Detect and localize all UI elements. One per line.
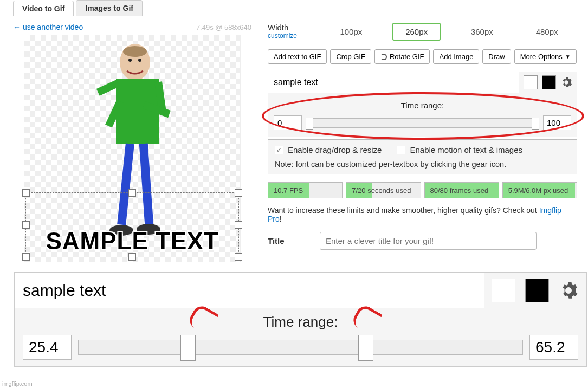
tab-bar: Video to Gif Images to Gif [0, 0, 588, 16]
time-range-label: Time range: [274, 101, 571, 110]
time-range-slider[interactable] [306, 118, 539, 128]
overlay-caption: SAMPLE TEXT [26, 228, 238, 255]
video-meta-text: 7.49s @ 588x640 [196, 23, 251, 31]
outline-color-swatch[interactable] [524, 75, 538, 89]
svg-point-3 [138, 59, 141, 62]
gear-icon[interactable] [559, 281, 578, 300]
fill-color-swatch[interactable] [542, 75, 556, 89]
zoom-slider-thumb-start[interactable] [180, 335, 196, 361]
add-image-button[interactable]: Add Image [433, 49, 479, 64]
stat-seconds: 7/20 seconds used [346, 182, 421, 198]
zoom-fill-swatch[interactable] [525, 279, 549, 302]
rotate-gif-button[interactable]: Rotate GIF [374, 49, 430, 64]
stat-fps: 10.7 FPS [268, 182, 343, 198]
limits-text: Want to increase these limits and make s… [268, 206, 577, 223]
width-option-100[interactable]: 100px [327, 23, 374, 40]
crop-gif-button[interactable]: Crop GIF [330, 49, 371, 64]
title-input[interactable] [320, 232, 537, 250]
tab-images-to-gif[interactable]: Images to Gif [76, 0, 143, 16]
enable-drag-resize-label: Enable drag/drop & resize [288, 145, 382, 154]
stat-frames: 80/80 frames used [424, 182, 499, 198]
options-panel: ✓ Enable drag/drop & resize Enable motio… [268, 139, 577, 174]
width-option-360[interactable]: 360px [458, 23, 506, 40]
font-note: Note: font can be customized per-textbox… [275, 160, 570, 169]
zoom-end-input[interactable] [529, 335, 578, 360]
width-option-260[interactable]: 260px [392, 23, 441, 41]
stat-px: 5.9M/6.0M px used [502, 182, 577, 198]
text-color-controls [519, 72, 577, 93]
zoomed-text-panel: Time range: [14, 272, 587, 367]
zoom-caption-input[interactable] [15, 273, 484, 308]
svg-point-2 [128, 59, 132, 62]
slider-thumb-start[interactable] [306, 118, 313, 130]
gear-icon[interactable] [560, 76, 572, 88]
use-another-video-link[interactable]: ← use another video [13, 23, 83, 31]
svg-rect-5 [96, 80, 119, 96]
svg-point-1 [123, 46, 147, 57]
resize-handle[interactable] [22, 189, 30, 197]
zoom-slider-thumb-end[interactable] [358, 335, 373, 361]
watermark: imgflip.com [2, 380, 33, 387]
caption-text-input[interactable] [268, 72, 519, 93]
tab-video-to-gif[interactable]: Video to Gif [13, 1, 74, 16]
time-range-end-input[interactable] [543, 115, 571, 130]
gif-preview[interactable]: SAMPLE TEXT [24, 35, 241, 262]
zoom-slider[interactable] [78, 340, 523, 355]
resize-handle[interactable] [235, 189, 242, 197]
chevron-down-icon: ▼ [565, 54, 571, 60]
enable-drag-resize-checkbox[interactable]: ✓ [275, 146, 283, 154]
enable-motion-checkbox[interactable] [397, 146, 405, 154]
more-options-button[interactable]: More Options▼ [514, 49, 577, 64]
rotate-icon [380, 54, 387, 60]
width-label: Width [268, 23, 311, 32]
title-label: Title [268, 236, 311, 245]
enable-motion-label: Enable motion of text & images [410, 145, 522, 154]
time-range-start-input[interactable] [274, 115, 302, 130]
text-editor-panel: Time range: [268, 72, 577, 137]
draw-button[interactable]: Draw [482, 49, 511, 64]
zoom-start-input[interactable] [23, 335, 72, 360]
width-option-480[interactable]: 480px [524, 23, 571, 40]
zoom-outline-swatch[interactable] [492, 279, 515, 302]
add-text-button[interactable]: Add text to GIF [268, 49, 327, 64]
text-overlay-box[interactable]: SAMPLE TEXT [25, 192, 239, 257]
customize-width-link[interactable]: customize [268, 32, 311, 40]
resize-handle[interactable] [128, 189, 136, 197]
slider-thumb-end[interactable] [532, 118, 539, 130]
zoom-time-range-label: Time range: [23, 314, 578, 331]
